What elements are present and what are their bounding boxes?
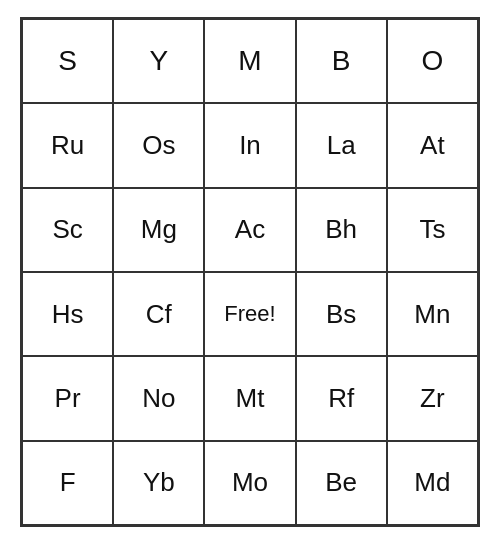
cell-r3c1[interactable]: Hs bbox=[22, 272, 113, 356]
cell-r1c3[interactable]: In bbox=[204, 103, 295, 187]
cell-r3c2[interactable]: Cf bbox=[113, 272, 204, 356]
cell-r4c4[interactable]: Rf bbox=[296, 356, 387, 440]
bingo-card: S Y M B O Ru Os In La At Sc Mg Ac Bh Ts … bbox=[20, 17, 480, 527]
cell-r5c5[interactable]: Md bbox=[387, 441, 478, 525]
cell-r5c2[interactable]: Yb bbox=[113, 441, 204, 525]
header-s: S bbox=[22, 19, 113, 103]
cell-r4c3[interactable]: Mt bbox=[204, 356, 295, 440]
cell-r5c3[interactable]: Mo bbox=[204, 441, 295, 525]
header-o: O bbox=[387, 19, 478, 103]
cell-free[interactable]: Free! bbox=[204, 272, 295, 356]
header-y: Y bbox=[113, 19, 204, 103]
header-m: M bbox=[204, 19, 295, 103]
cell-r1c1[interactable]: Ru bbox=[22, 103, 113, 187]
cell-r3c4[interactable]: Bs bbox=[296, 272, 387, 356]
cell-r1c2[interactable]: Os bbox=[113, 103, 204, 187]
cell-r1c4[interactable]: La bbox=[296, 103, 387, 187]
cell-r4c5[interactable]: Zr bbox=[387, 356, 478, 440]
cell-r5c4[interactable]: Be bbox=[296, 441, 387, 525]
cell-r2c1[interactable]: Sc bbox=[22, 188, 113, 272]
cell-r2c2[interactable]: Mg bbox=[113, 188, 204, 272]
cell-r4c1[interactable]: Pr bbox=[22, 356, 113, 440]
cell-r5c1[interactable]: F bbox=[22, 441, 113, 525]
cell-r2c5[interactable]: Ts bbox=[387, 188, 478, 272]
cell-r2c4[interactable]: Bh bbox=[296, 188, 387, 272]
header-b: B bbox=[296, 19, 387, 103]
cell-r4c2[interactable]: No bbox=[113, 356, 204, 440]
cell-r2c3[interactable]: Ac bbox=[204, 188, 295, 272]
cell-r1c5[interactable]: At bbox=[387, 103, 478, 187]
cell-r3c5[interactable]: Mn bbox=[387, 272, 478, 356]
